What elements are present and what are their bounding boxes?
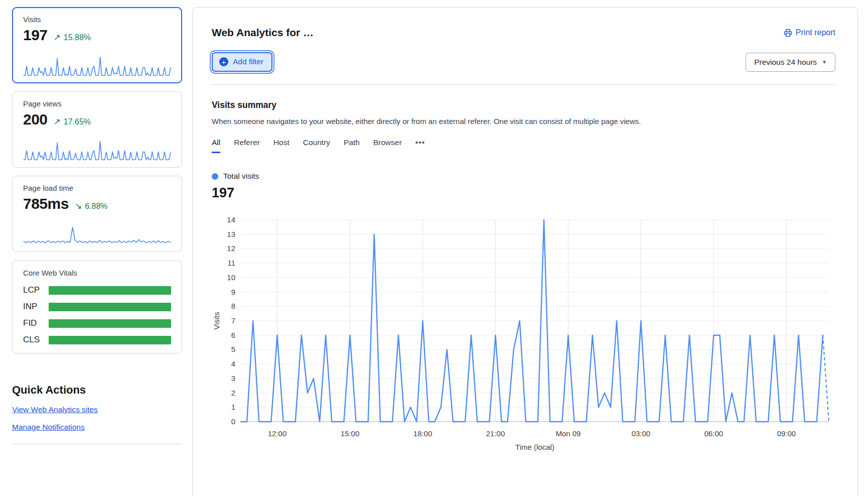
vital-label-lcp: LCP [23, 285, 49, 295]
quick-actions-section: Quick Actions View Web Analytics sites M… [12, 384, 182, 444]
page-title: Web Analytics for … [212, 27, 314, 39]
quick-actions-title: Quick Actions [12, 384, 182, 397]
page-load-sparkline [23, 224, 171, 245]
x-tick-label: 12:00 [268, 429, 287, 438]
legend-dot-icon [212, 173, 218, 180]
trend-percent: 17.65% [64, 117, 91, 127]
svg-text:11: 11 [227, 259, 235, 267]
metric-card-visits[interactable]: Visits 197 ↗ 15.88% [12, 7, 182, 83]
vital-label-inp: INP [23, 302, 49, 312]
vital-bar-cls [49, 336, 171, 344]
x-tick-label: Mon 09 [555, 429, 581, 438]
tab-host[interactable]: Host [273, 138, 290, 153]
add-filter-button[interactable]: + Add filter [212, 52, 272, 72]
metric-value: 785ms [23, 195, 69, 212]
x-tick-label: 18:00 [413, 429, 432, 438]
total-visits-value: 197 [212, 185, 835, 201]
metric-title: Page load time [23, 184, 171, 192]
trend-percent: 6.88% [85, 202, 107, 211]
svg-text:13: 13 [227, 230, 235, 238]
svg-text:6: 6 [231, 331, 235, 339]
trend-percent: 15.88% [64, 33, 91, 42]
svg-text:1: 1 [231, 403, 235, 411]
print-report-link[interactable]: Print report [784, 28, 835, 37]
metric-value: 197 [23, 27, 48, 44]
time-range-label: Previous 24 hours [754, 58, 817, 67]
visits-line-chart: 0123456789101112131412:0015:0018:0021:00… [212, 214, 839, 454]
svg-text:12: 12 [227, 244, 235, 253]
svg-text:0: 0 [231, 417, 235, 426]
vital-bar-fid [49, 319, 171, 328]
visits-chart: 0123456789101112131412:0015:0018:0021:00… [212, 214, 835, 456]
analytics-panel: Web Analytics for … Print report + Add f… [192, 7, 858, 496]
trend-up-arrow-icon: ↗ [54, 32, 61, 43]
visits-sparkline [23, 55, 171, 76]
legend-label: Total visits [223, 172, 259, 181]
metric-title: Visits [23, 15, 171, 24]
summary-description: When someone navigates to your website, … [212, 117, 835, 126]
vital-label-fid: FID [23, 318, 49, 328]
svg-text:9: 9 [231, 288, 235, 296]
summary-title: Visits summary [212, 100, 835, 110]
x-tick-label: 15:00 [341, 429, 360, 438]
summary-tabs: AllRefererHostCountryPathBrowser••• [212, 138, 835, 153]
tab-country[interactable]: Country [303, 138, 330, 153]
trend-indicator: ↘ 6.88% [75, 201, 108, 211]
trend-down-arrow-icon: ↘ [75, 201, 82, 211]
x-tick-label: 06:00 [704, 429, 724, 438]
trend-indicator: ↗ 15.88% [54, 32, 91, 43]
metric-card-page-views[interactable]: Page views 200 ↗ 17.65% [12, 91, 182, 168]
svg-text:4: 4 [231, 359, 235, 368]
tab-browser[interactable]: Browser [373, 138, 402, 153]
tab-referer[interactable]: Referer [234, 138, 260, 153]
view-web-analytics-sites-link[interactable]: View Web Analytics sites [12, 405, 98, 414]
metric-value: 200 [23, 111, 48, 128]
trend-up-arrow-icon: ↗ [54, 116, 61, 127]
printer-icon [784, 29, 792, 37]
trend-indicator: ↗ 17.65% [54, 116, 91, 127]
chart-legend: Total visits [212, 172, 835, 181]
vital-bar-lcp [49, 286, 171, 295]
tab-path[interactable]: Path [344, 138, 360, 153]
metric-title: Page views [23, 99, 171, 108]
page-views-sparkline [23, 140, 171, 161]
chevron-down-icon: ▼ [822, 59, 827, 65]
manage-notifications-link[interactable]: Manage Notifications [12, 423, 85, 432]
x-axis-title: Time (local) [515, 443, 554, 451]
tab-all[interactable]: All [212, 138, 220, 153]
x-tick-label: 09:00 [777, 429, 796, 438]
vital-label-cls: CLS [23, 335, 49, 345]
print-report-label: Print report [796, 28, 835, 37]
svg-text:8: 8 [231, 302, 235, 310]
sidebar-divider [12, 444, 182, 444]
time-range-dropdown[interactable]: Previous 24 hours ▼ [746, 53, 835, 72]
svg-text:2: 2 [231, 389, 235, 397]
svg-text:7: 7 [231, 316, 235, 325]
core-web-vitals-card[interactable]: Core Web Vitals LCPINPFIDCLS [12, 260, 182, 353]
x-tick-label: 03:00 [632, 429, 651, 438]
svg-text:14: 14 [227, 215, 235, 224]
metric-card-page-load-time[interactable]: Page load time 785ms ↘ 6.88% [12, 176, 182, 252]
add-filter-label: Add filter [233, 57, 263, 66]
svg-text:3: 3 [231, 374, 235, 383]
vitals-title: Core Web Vitals [23, 269, 171, 277]
metrics-sidebar: Visits 197 ↗ 15.88% Page views 200 ↗ 17.… [12, 7, 182, 444]
plus-circle-icon: + [219, 57, 228, 66]
vitals-rows: LCPINPFIDCLS [23, 285, 171, 345]
svg-text:10: 10 [227, 273, 235, 282]
y-axis-title: Visits [212, 312, 221, 330]
svg-text:5: 5 [231, 345, 235, 353]
x-tick-label: 21:00 [486, 429, 505, 438]
tab-more[interactable]: ••• [415, 138, 425, 153]
vital-bar-inp [49, 303, 171, 311]
